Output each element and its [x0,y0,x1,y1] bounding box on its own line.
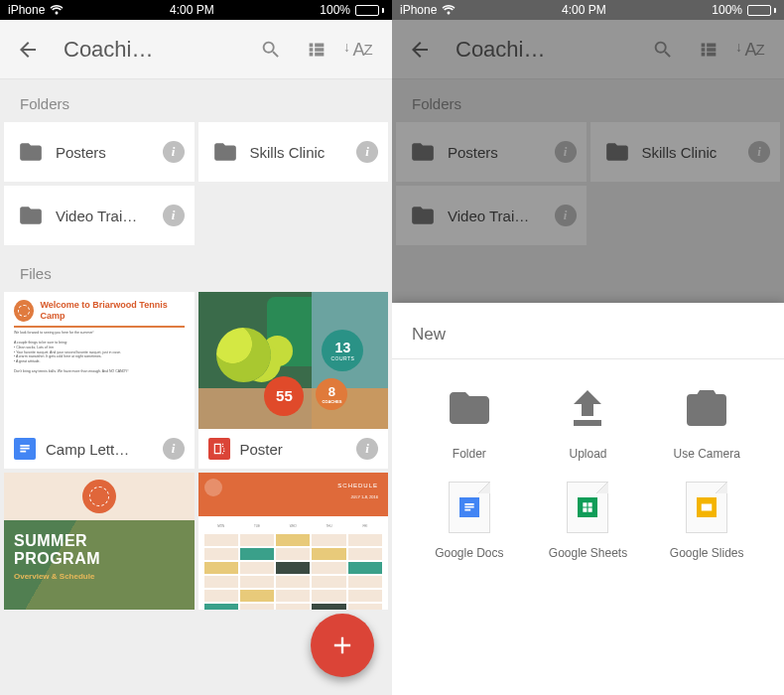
folder-icon [212,139,238,165]
folder-name: Skills Clinic [250,144,345,161]
content-body: Folders Posters i Skills Clinic i [0,79,392,610]
wifi-icon [442,5,456,15]
sort-az-icon[interactable]: ↓AZ [350,38,374,62]
folder-tile-skills-clinic: Skills Clinic i [590,122,781,182]
view-list-icon[interactable] [305,38,328,62]
google-slides-icon [677,483,736,532]
file-thumbnail: 13COURTS 55 8COACHES [198,292,389,429]
app-header: Coachi… ↓AZ [392,20,784,79]
new-google-slides-button[interactable]: Google Slides [649,483,764,560]
sheet-item-label: Folder [453,447,486,461]
sheet-item-label: Use Camera [673,447,739,461]
folder-name: Skills Clinic [642,144,737,161]
google-sheets-icon [558,483,617,532]
new-google-sheets-button[interactable]: Google Sheets [531,483,646,560]
app-header: Coachi… ↓AZ [0,20,392,79]
sheet-item-label: Google Docs [435,546,503,560]
info-icon[interactable]: i [163,438,185,460]
folder-tile-skills-clinic[interactable]: Skills Clinic i [198,122,389,182]
file-name: Camp Lett… [46,441,153,458]
upload-button[interactable]: Upload [531,383,646,461]
folder-tile-video-training[interactable]: Video Trai… i [4,186,195,245]
divider [392,358,784,359]
info-icon[interactable]: i [356,141,378,163]
battery-icon [747,5,776,16]
file-tile-poster[interactable]: 13COURTS 55 8COACHES Poster i [198,292,389,469]
file-tile-camp-letter[interactable]: Welcome to Briarwood Tennis Camp We look… [4,292,195,469]
page-title: Coachi… [456,37,643,63]
page-title: Coachi… [64,37,251,63]
file-name: Poster [240,441,347,458]
thumb-title: Welcome to Briarwood Tennis Camp [40,300,184,322]
view-list-icon[interactable] [697,38,720,62]
status-bar: iPhone 4:00 PM 100% [0,0,392,20]
folder-tile-video-training: Video Trai… i [396,186,587,245]
status-bar: iPhone 4:00 PM 100% [392,0,784,20]
camera-icon [677,383,736,433]
sheet-item-label: Google Slides [670,546,744,560]
carrier-label: iPhone [8,3,45,17]
folder-name: Video Trai… [56,208,151,224]
upload-icon [558,383,617,433]
sort-az-icon[interactable]: ↓AZ [742,38,766,62]
screen-drive-new-sheet: iPhone 4:00 PM 100% Coachi… [392,0,784,695]
clock: 4:00 PM [170,3,214,17]
folder-icon [410,203,436,228]
battery-pct: 100% [712,3,742,17]
back-button[interactable] [16,38,40,62]
screen-drive-folder: iPhone 4:00 PM 100% Coachi… [0,0,392,695]
new-google-docs-button[interactable]: Google Docs [412,483,527,560]
file-thumbnail: Welcome to Briarwood Tennis Camp We look… [4,292,195,429]
folder-name: Posters [448,144,543,161]
sheet-title: New [412,325,764,345]
new-bottom-sheet: New Folder Upload [392,303,784,695]
folder-icon [18,139,44,165]
battery-pct: 100% [320,3,350,17]
sheet-item-label: Google Sheets [549,546,627,560]
clock: 4:00 PM [562,3,606,17]
sheet-item-label: Upload [569,447,606,461]
folder-icon [18,203,44,228]
fab-create-button[interactable] [311,614,374,677]
files-section-label: Files [0,245,392,292]
new-folder-button[interactable]: Folder [412,383,527,461]
info-icon: i [555,141,577,163]
search-icon[interactable] [259,38,283,62]
info-icon: i [555,205,577,226]
google-docs-icon [440,483,499,532]
file-tile-summer-program[interactable]: SUMMER PROGRAM Overview & Schedule [4,473,195,610]
folder-icon [440,383,499,433]
drawings-icon [208,438,230,460]
search-icon[interactable] [651,38,675,62]
file-thumbnail: SCHEDULEJULY 1-8, 2016 MONTUEWEDTHUFRI [198,473,389,610]
folder-icon [604,139,630,165]
wifi-icon [50,5,64,15]
battery-icon [355,5,384,16]
info-icon[interactable]: i [163,141,185,163]
folder-icon [410,139,436,165]
file-thumbnail: SUMMER PROGRAM Overview & Schedule [4,473,195,610]
info-icon[interactable]: i [163,205,185,226]
back-button[interactable] [408,38,432,62]
use-camera-button[interactable]: Use Camera [649,383,764,461]
folder-name: Video Trai… [448,208,543,224]
info-icon[interactable]: i [356,438,378,460]
docs-icon [14,438,36,460]
info-icon: i [748,141,770,163]
folders-section-label: Folders [0,79,392,122]
folder-tile-posters: Posters i [396,122,587,182]
carrier-label: iPhone [400,3,437,17]
folder-tile-posters[interactable]: Posters i [4,122,195,182]
folder-name: Posters [56,144,151,161]
folders-section-label: Folders [392,79,784,122]
file-tile-schedule[interactable]: SCHEDULEJULY 1-8, 2016 MONTUEWEDTHUFRI [198,473,389,610]
